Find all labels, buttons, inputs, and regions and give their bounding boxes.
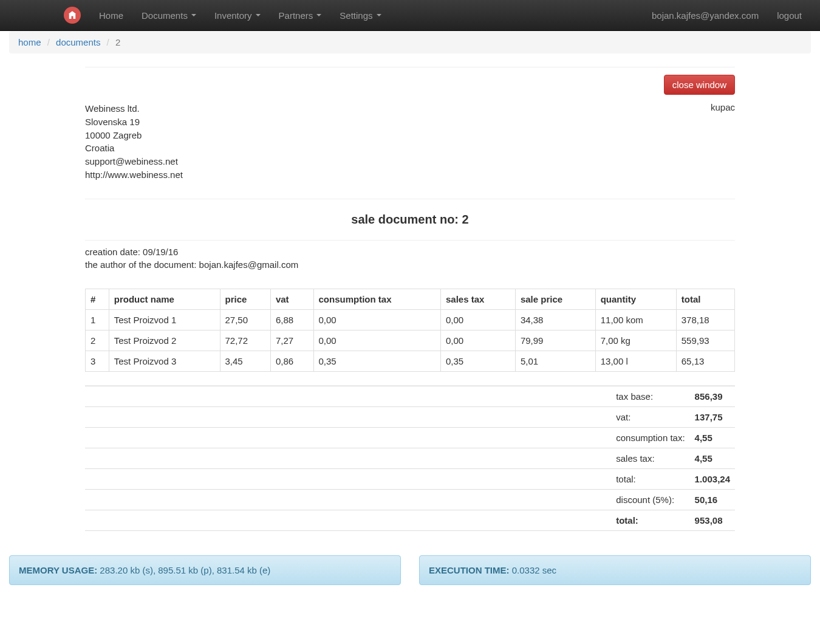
table-header-row: # product name price vat consumption tax… bbox=[86, 289, 735, 310]
items-table: # product name price vat consumption tax… bbox=[85, 289, 735, 372]
navbar: Home Documents Inventory Partners Settin… bbox=[0, 0, 820, 31]
summary-row: consumption tax:4,55 bbox=[85, 428, 735, 448]
breadcrumb-documents[interactable]: documents bbox=[56, 37, 100, 47]
brand-logo[interactable] bbox=[64, 7, 81, 24]
summary-row: vat:137,75 bbox=[85, 407, 735, 428]
nav-inventory[interactable]: Inventory bbox=[205, 1, 270, 30]
nav-logout[interactable]: logout bbox=[768, 1, 811, 30]
nav-home[interactable]: Home bbox=[90, 1, 132, 30]
execution-time-alert: EXECUTION TIME: 0.0332 sec bbox=[419, 555, 811, 585]
document-meta: creation date: 09/19/16 the author of th… bbox=[85, 241, 735, 289]
nav-documents[interactable]: Documents bbox=[132, 1, 205, 30]
building-icon bbox=[67, 10, 78, 21]
close-window-button[interactable]: close window bbox=[664, 75, 735, 95]
summary-row: sales tax:4,55 bbox=[85, 448, 735, 469]
svg-marker-1 bbox=[69, 11, 76, 14]
buyer-label: kupac bbox=[711, 102, 735, 199]
chevron-down-icon bbox=[256, 14, 261, 16]
document-title: sale document no: 2 bbox=[85, 199, 735, 240]
chevron-down-icon bbox=[316, 14, 321, 16]
nav-partners[interactable]: Partners bbox=[270, 1, 331, 30]
table-row: 3Test Proizvod 33,450,860,350,355,0113,0… bbox=[86, 351, 735, 372]
table-row: 1Test Proizvod 127,506,880,000,0034,3811… bbox=[86, 310, 735, 331]
company-address: Webiness ltd. Slovenska 19 10000 Zagreb … bbox=[85, 102, 183, 199]
summary-row: total:953,08 bbox=[85, 510, 735, 531]
breadcrumb-home[interactable]: home bbox=[18, 37, 41, 47]
summary-row: discount (5%):50,16 bbox=[85, 490, 735, 510]
summary-row: tax base:856,39 bbox=[85, 386, 735, 407]
chevron-down-icon bbox=[377, 14, 381, 16]
chevron-down-icon bbox=[191, 14, 196, 16]
table-row: 2Test Proizvod 272,727,270,000,0079,997,… bbox=[86, 331, 735, 351]
breadcrumb-current: 2 bbox=[115, 37, 120, 47]
svg-rect-2 bbox=[72, 16, 73, 19]
breadcrumb: home / documents / 2 bbox=[9, 31, 811, 53]
memory-usage-alert: MEMORY USAGE: 283.20 kb (s), 895.51 kb (… bbox=[9, 555, 401, 585]
summary-row: total:1.003,24 bbox=[85, 469, 735, 490]
nav-user-email[interactable]: bojan.kajfes@yandex.com bbox=[643, 1, 768, 30]
nav-settings[interactable]: Settings bbox=[330, 1, 390, 30]
summary-table: tax base:856,39vat:137,75consumption tax… bbox=[85, 386, 735, 531]
